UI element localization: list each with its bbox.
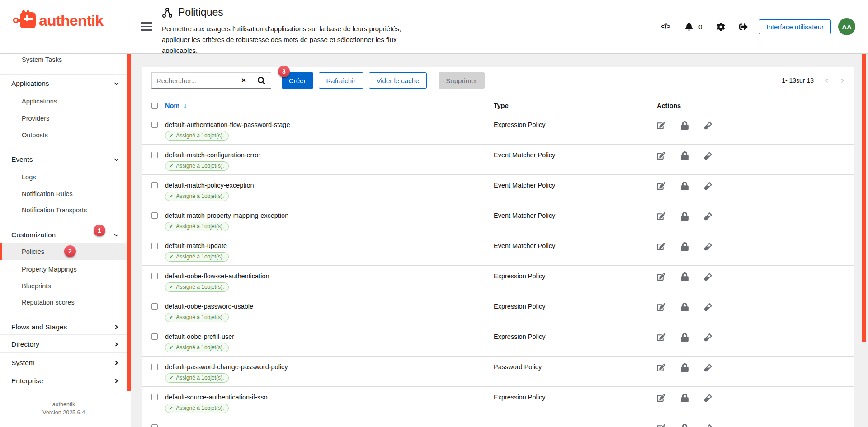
user-interface-button[interactable]: Interface utilisateur (759, 19, 831, 34)
assigned-badge-label: Assigné à 1objet(s). (176, 314, 224, 320)
pagination-prev-icon[interactable] (824, 78, 830, 84)
sidebar-item-providers[interactable]: Providers (0, 110, 127, 127)
test-policy-icon[interactable] (704, 151, 712, 160)
clear-search-icon[interactable]: × (236, 73, 252, 88)
bindings-lock-icon[interactable] (680, 242, 689, 251)
sidebar-item-label: Applications (22, 98, 57, 105)
sidebar-item-applications[interactable]: Applications (0, 75, 127, 92)
select-all-checkbox[interactable] (151, 103, 158, 109)
bindings-lock-icon[interactable] (680, 394, 689, 402)
bindings-lock-icon[interactable] (680, 303, 689, 311)
sidebar-item-policies[interactable]: Policies (0, 243, 127, 260)
sidebar-item-directory[interactable]: Directory (0, 336, 127, 352)
sidebar-scrollbar[interactable] (127, 54, 131, 391)
edit-policy-icon[interactable] (657, 212, 665, 221)
sidebar-item-label: System (11, 359, 35, 367)
test-policy-icon[interactable] (704, 121, 712, 130)
delete-button[interactable]: Supprimer (439, 72, 484, 89)
sidebar-item-outposts[interactable]: Outposts (0, 127, 127, 143)
hamburger-menu-icon[interactable] (141, 22, 152, 33)
test-policy-icon[interactable] (704, 242, 712, 251)
row-actions (657, 241, 854, 251)
sidebar-item-applications[interactable]: Applications (0, 93, 127, 109)
test-policy-icon[interactable] (704, 394, 712, 402)
main-scrollbar[interactable] (862, 54, 866, 342)
sidebar-item-flows-and-stages[interactable]: Flows and Stages (0, 319, 127, 335)
assigned-badge: ✔Assigné à 1objet(s). (165, 161, 229, 171)
test-policy-icon[interactable] (704, 333, 712, 342)
column-header-name[interactable]: Nom ↓ (165, 102, 494, 109)
chevron-right-icon (113, 324, 119, 330)
search-icon[interactable] (252, 73, 271, 88)
sidebar-item-events[interactable]: Events (0, 151, 127, 168)
bindings-lock-icon[interactable] (680, 151, 689, 160)
settings-gear-icon[interactable] (715, 21, 726, 33)
edit-policy-icon[interactable] (657, 242, 665, 251)
row-checkbox[interactable] (151, 243, 158, 249)
edit-policy-icon[interactable] (657, 333, 665, 342)
row-checkbox[interactable] (151, 364, 158, 370)
row-actions (657, 332, 854, 342)
edit-policy-icon[interactable] (657, 121, 665, 130)
bindings-lock-icon[interactable] (680, 212, 689, 221)
test-policy-icon[interactable] (704, 363, 712, 372)
row-checkbox[interactable] (151, 212, 158, 219)
edit-policy-icon[interactable] (657, 182, 665, 190)
sidebar: authentik System TasksApplicationsApplic… (0, 0, 131, 427)
check-icon: ✔ (169, 406, 173, 411)
edit-policy-icon[interactable] (657, 151, 665, 160)
edit-policy-icon[interactable] (657, 272, 665, 281)
policy-name: default-authentication-flow-password-sta… (165, 120, 494, 129)
search-input[interactable] (152, 73, 236, 88)
row-checkbox[interactable] (151, 424, 158, 427)
sidebar-item-property-mappings[interactable]: Property Mappings (0, 261, 127, 277)
sidebar-item-logs[interactable]: Logs (0, 169, 127, 185)
policy-type: Event Matcher Policy (494, 241, 657, 250)
test-policy-icon[interactable] (704, 424, 712, 427)
assigned-badge-label: Assigné à 1objet(s). (176, 375, 224, 381)
bindings-lock-icon[interactable] (680, 182, 689, 190)
refresh-button[interactable]: Rafraîchir (319, 72, 363, 89)
sidebar-item-enterprise[interactable]: Enterprise (0, 372, 127, 389)
sidebar-item-notification-rules[interactable]: Notification Rules (0, 185, 127, 202)
api-code-icon[interactable]: </> (660, 21, 671, 33)
pagination-next-icon[interactable] (840, 78, 845, 84)
row-checkbox[interactable] (151, 303, 158, 310)
row-checkbox[interactable] (151, 394, 158, 400)
sidebar-item-blueprints[interactable]: Blueprints (0, 277, 127, 294)
assigned-badge-label: Assigné à 1objet(s). (176, 163, 224, 169)
row-checkbox[interactable] (151, 273, 158, 279)
sidebar-item-notification-transports[interactable]: Notification Transports (0, 202, 127, 218)
test-policy-icon[interactable] (704, 272, 712, 281)
sidebar-item-customization[interactable]: Customization (0, 226, 127, 243)
test-policy-icon[interactable] (704, 303, 712, 311)
table-row: default-oobe-prefill-user✔Assigné à 1obj… (142, 326, 854, 357)
bindings-lock-icon[interactable] (680, 272, 689, 281)
bindings-lock-icon[interactable] (680, 333, 689, 342)
test-policy-icon[interactable] (704, 182, 712, 190)
edit-policy-icon[interactable] (657, 424, 665, 427)
sort-desc-icon: ↓ (184, 102, 187, 109)
edit-policy-icon[interactable] (657, 394, 665, 402)
authentik-logo-icon (13, 10, 37, 31)
row-checkbox[interactable] (151, 122, 158, 128)
page-title: Politiques (178, 6, 223, 19)
bindings-lock-icon[interactable] (680, 424, 689, 427)
test-policy-icon[interactable] (704, 212, 712, 221)
avatar[interactable]: AA (838, 18, 855, 35)
edit-policy-icon[interactable] (657, 303, 665, 311)
policy-name: default-source-authentication-if-sso (165, 393, 494, 402)
notifications-button[interactable]: 0 (683, 21, 702, 33)
clear-cache-button[interactable]: Vider le cache (369, 72, 427, 89)
edit-policy-icon[interactable] (657, 363, 665, 372)
bindings-lock-icon[interactable] (680, 121, 689, 130)
row-name-cell: default-oobe-prefill-user✔Assigné à 1obj… (165, 332, 494, 352)
row-checkbox[interactable] (151, 152, 158, 158)
sidebar-item-system[interactable]: System (0, 354, 127, 371)
row-checkbox[interactable] (151, 333, 158, 340)
sign-out-icon[interactable] (737, 21, 749, 33)
column-header-actions: Actions (657, 102, 854, 109)
row-checkbox[interactable] (151, 182, 158, 188)
sidebar-item-reputation-scores[interactable]: Reputation scores (0, 294, 127, 310)
bindings-lock-icon[interactable] (680, 363, 689, 372)
